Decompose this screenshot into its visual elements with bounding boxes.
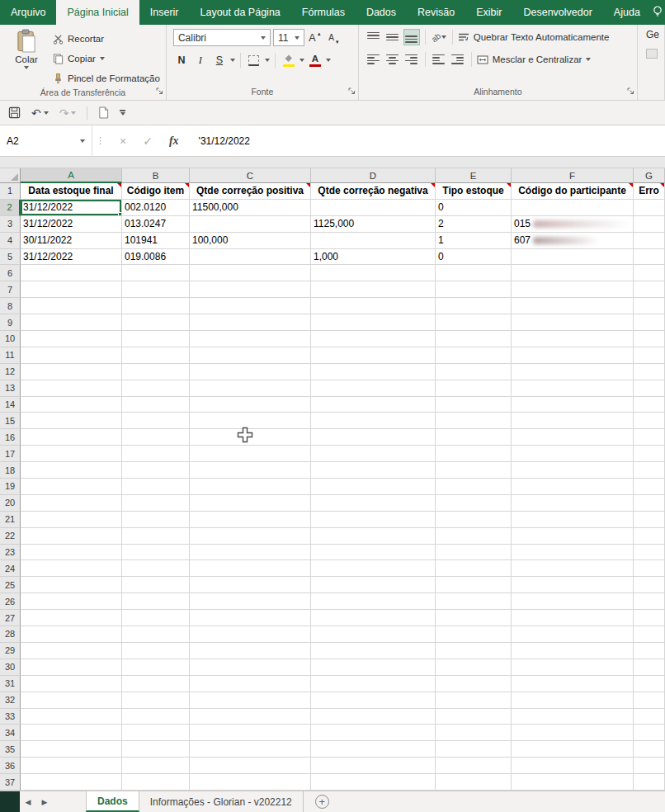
align-center-button[interactable] bbox=[384, 51, 401, 68]
cell-F28[interactable] bbox=[512, 626, 634, 643]
name-box-splitter-icon[interactable]: ⋮ bbox=[92, 125, 108, 156]
cell-B6[interactable] bbox=[122, 265, 190, 281]
cell-G20[interactable] bbox=[634, 495, 665, 512]
cell-G32[interactable] bbox=[634, 692, 665, 709]
cell-D6[interactable] bbox=[311, 265, 436, 281]
redo-dropdown-icon[interactable] bbox=[71, 111, 76, 115]
undo-button[interactable]: ↶ bbox=[31, 106, 49, 120]
cell-A2[interactable]: 31/12/2022 bbox=[21, 200, 122, 216]
sheet-nav-right-icon[interactable]: ▶ bbox=[36, 791, 53, 812]
cell-E16[interactable] bbox=[436, 429, 512, 446]
cell-E1[interactable]: Tipo estoque bbox=[436, 183, 512, 200]
enter-icon[interactable]: ✓ bbox=[143, 135, 153, 148]
align-left-button[interactable] bbox=[366, 51, 382, 68]
cell-A33[interactable] bbox=[21, 709, 122, 725]
cell-C20[interactable] bbox=[190, 495, 311, 512]
cell-G30[interactable] bbox=[634, 659, 665, 676]
cell-D36[interactable] bbox=[311, 758, 436, 774]
increase-font-size-button[interactable]: A▲ bbox=[307, 30, 323, 46]
copy-button[interactable]: Copiar bbox=[53, 50, 160, 67]
cell-G23[interactable] bbox=[634, 545, 665, 561]
alignment-dialog-launcher-icon[interactable] bbox=[627, 87, 634, 97]
cell-A15[interactable] bbox=[21, 413, 122, 429]
cell-D26[interactable] bbox=[311, 593, 436, 610]
cell-F21[interactable] bbox=[512, 512, 634, 528]
cell-A1[interactable]: Data estoque final bbox=[21, 183, 122, 200]
cell-D16[interactable] bbox=[311, 429, 436, 446]
borders-dropdown-icon[interactable] bbox=[265, 59, 270, 62]
cell-C28[interactable] bbox=[190, 626, 311, 643]
cell-D7[interactable] bbox=[311, 281, 436, 298]
cell-F29[interactable] bbox=[512, 643, 634, 659]
format-painter-button[interactable]: Pincel de Formatação bbox=[53, 70, 160, 87]
column-header-G[interactable]: G bbox=[634, 168, 665, 183]
cell-D27[interactable] bbox=[311, 610, 436, 626]
cell-F9[interactable] bbox=[512, 314, 634, 331]
ribbon-tab-ajuda[interactable]: Ajuda bbox=[603, 0, 651, 25]
row-header-25[interactable]: 25 bbox=[0, 577, 21, 593]
cell-G22[interactable] bbox=[634, 528, 665, 545]
cell-B30[interactable] bbox=[122, 659, 190, 676]
cell-C37[interactable] bbox=[190, 774, 311, 791]
cell-G5[interactable] bbox=[634, 249, 665, 266]
cell-E33[interactable] bbox=[436, 709, 512, 725]
cell-F3[interactable]: 015 bbox=[512, 216, 634, 233]
cell-E5[interactable]: 0 bbox=[436, 249, 512, 266]
cell-E27[interactable] bbox=[436, 610, 512, 626]
row-header-3[interactable]: 3 bbox=[0, 216, 21, 233]
cell-D34[interactable] bbox=[311, 725, 436, 741]
cell-G8[interactable] bbox=[634, 298, 665, 314]
cell-E24[interactable] bbox=[436, 560, 512, 577]
cell-G24[interactable] bbox=[634, 560, 665, 577]
cell-A9[interactable] bbox=[21, 314, 122, 331]
cell-A20[interactable] bbox=[21, 495, 122, 512]
cell-D22[interactable] bbox=[311, 528, 436, 545]
cell-E25[interactable] bbox=[436, 577, 512, 593]
cell-B26[interactable] bbox=[122, 593, 190, 610]
cell-A22[interactable] bbox=[21, 528, 122, 545]
ribbon-tab-revisao[interactable]: Revisão bbox=[407, 0, 465, 25]
ribbon-tab-dados[interactable]: Dados bbox=[356, 0, 407, 25]
cell-E22[interactable] bbox=[436, 528, 512, 545]
cell-F6[interactable] bbox=[512, 265, 634, 281]
row-header-27[interactable]: 27 bbox=[0, 610, 21, 626]
cell-D21[interactable] bbox=[311, 512, 436, 528]
cell-A31[interactable] bbox=[21, 676, 122, 692]
cell-B15[interactable] bbox=[122, 413, 190, 429]
cell-C33[interactable] bbox=[190, 709, 311, 725]
cell-F15[interactable] bbox=[512, 413, 634, 429]
cell-A24[interactable] bbox=[21, 560, 122, 577]
cell-B23[interactable] bbox=[122, 545, 190, 561]
cell-B27[interactable] bbox=[122, 610, 190, 626]
cell-G12[interactable] bbox=[634, 364, 665, 380]
cell-E34[interactable] bbox=[436, 725, 512, 741]
cell-E32[interactable] bbox=[436, 692, 512, 709]
row-header-30[interactable]: 30 bbox=[0, 659, 21, 676]
cell-A34[interactable] bbox=[21, 725, 122, 741]
cell-F19[interactable] bbox=[512, 479, 634, 495]
cell-A7[interactable] bbox=[21, 281, 122, 298]
cell-E15[interactable] bbox=[436, 413, 512, 429]
row-header-19[interactable]: 19 bbox=[0, 479, 21, 495]
orientation-button[interactable]: ab bbox=[431, 29, 447, 45]
cell-E26[interactable] bbox=[436, 593, 512, 610]
name-box[interactable]: A2 bbox=[0, 125, 92, 156]
number-tool-partial[interactable] bbox=[646, 49, 658, 59]
decrease-indent-button[interactable] bbox=[431, 51, 447, 68]
cell-D11[interactable] bbox=[311, 347, 436, 364]
cell-B10[interactable] bbox=[122, 331, 190, 347]
cell-D4[interactable] bbox=[311, 233, 436, 249]
cell-B22[interactable] bbox=[122, 528, 190, 545]
cell-D29[interactable] bbox=[311, 643, 436, 659]
cell-D31[interactable] bbox=[311, 676, 436, 692]
cell-F31[interactable] bbox=[512, 676, 634, 692]
cell-G36[interactable] bbox=[634, 758, 665, 774]
row-header-22[interactable]: 22 bbox=[0, 528, 21, 545]
cell-D37[interactable] bbox=[311, 774, 436, 791]
cell-B33[interactable] bbox=[122, 709, 190, 725]
cell-A6[interactable] bbox=[21, 265, 122, 281]
row-header-24[interactable]: 24 bbox=[0, 560, 21, 577]
cell-F23[interactable] bbox=[512, 545, 634, 561]
cell-B29[interactable] bbox=[122, 643, 190, 659]
underline-button[interactable]: S bbox=[211, 52, 228, 68]
